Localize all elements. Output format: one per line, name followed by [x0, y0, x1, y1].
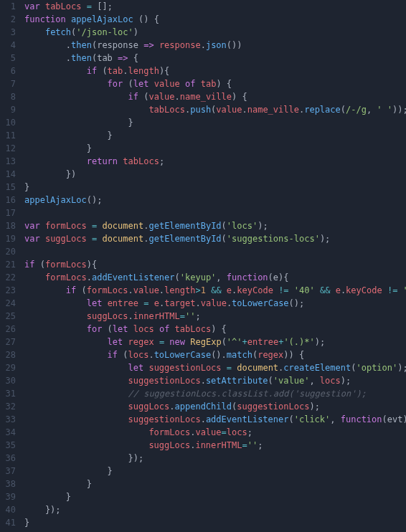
code-line[interactable]: fetch('/json-loc'): [24, 26, 406, 39]
code-line[interactable]: }: [24, 129, 406, 142]
line-number: 36: [3, 452, 16, 465]
code-line[interactable]: .then(tab => {: [24, 52, 406, 65]
line-number: 14: [3, 168, 16, 181]
line-number: 20: [3, 245, 16, 258]
code-line[interactable]: }): [24, 168, 406, 181]
code-line[interactable]: tabLocs.push(value.name_ville.replace(/-…: [24, 103, 406, 116]
code-line[interactable]: // suggestionLocs.classList.add('suggest…: [24, 387, 406, 400]
code-line[interactable]: }: [24, 465, 406, 478]
code-line[interactable]: formLocs.value=locs;: [24, 426, 406, 439]
code-line[interactable]: });: [24, 452, 406, 465]
line-number: 11: [3, 129, 16, 142]
line-number: 26: [3, 323, 16, 336]
code-line[interactable]: [24, 245, 406, 258]
line-number: 9: [3, 103, 16, 116]
code-line[interactable]: formLocs.addEventListener('keyup', funct…: [24, 271, 406, 284]
line-number: 34: [3, 426, 16, 439]
line-number: 37: [3, 465, 16, 478]
code-line[interactable]: for (let locs of tabLocs) {: [24, 323, 406, 336]
code-line[interactable]: }: [24, 181, 406, 194]
line-number: 30: [3, 374, 16, 387]
code-line[interactable]: if (tab.length){: [24, 65, 406, 77]
line-number: 8: [3, 90, 16, 103]
line-number: 40: [3, 503, 16, 516]
code-line[interactable]: return tabLocs;: [24, 155, 406, 168]
line-number: 4: [3, 39, 16, 52]
code-line[interactable]: for (let value of tab) {: [24, 77, 406, 90]
line-number: 32: [3, 400, 16, 413]
line-number: 28: [3, 348, 16, 361]
code-line[interactable]: if (formLocs.value.length>1 && e.keyCode…: [24, 284, 406, 297]
code-line[interactable]: function appelAjaxLoc () {: [24, 13, 406, 26]
line-number: 2: [3, 13, 16, 26]
line-number: 1: [3, 0, 16, 13]
code-line[interactable]: suggestionLocs.addEventListener('click',…: [24, 413, 406, 426]
line-number: 10: [3, 116, 16, 129]
line-number: 18: [3, 219, 16, 232]
line-number: 23: [3, 284, 16, 297]
code-editor-content[interactable]: var tabLocs = [];function appelAjaxLoc (…: [22, 0, 406, 532]
line-number: 17: [3, 206, 16, 219]
line-number: 13: [3, 155, 16, 168]
line-number: 5: [3, 52, 16, 65]
code-line[interactable]: suggLocs.innerHTML='';: [24, 310, 406, 323]
code-line[interactable]: }: [24, 478, 406, 490]
code-line[interactable]: var tabLocs = [];: [24, 0, 406, 13]
line-number: 31: [3, 387, 16, 400]
code-line[interactable]: if (locs.toLowerCase().match(regex)) {: [24, 348, 406, 361]
line-number: 21: [3, 258, 16, 271]
line-number: 38: [3, 478, 16, 490]
code-line[interactable]: .then(response => response.json()): [24, 39, 406, 52]
code-line[interactable]: let regex = new RegExp('^'+entree+'(.)*'…: [24, 336, 406, 348]
line-number: 33: [3, 413, 16, 426]
line-number: 22: [3, 271, 16, 284]
code-line[interactable]: }: [24, 516, 406, 529]
line-number: 16: [3, 194, 16, 206]
line-number: 25: [3, 310, 16, 323]
code-line[interactable]: }: [24, 490, 406, 503]
line-number-gutter: 1234567891011121314151617181920212223242…: [0, 0, 22, 532]
line-number: 7: [3, 77, 16, 90]
line-number: 41: [3, 516, 16, 529]
code-line[interactable]: [24, 206, 406, 219]
code-line[interactable]: var formLocs = document.getElementById('…: [24, 219, 406, 232]
line-number: 19: [3, 232, 16, 245]
line-number: 24: [3, 297, 16, 310]
line-number: 6: [3, 65, 16, 77]
code-line[interactable]: if (formLocs){: [24, 258, 406, 271]
line-number: 39: [3, 490, 16, 503]
code-line[interactable]: }: [24, 116, 406, 129]
code-line[interactable]: let suggestionLocs = document.createElem…: [24, 361, 406, 374]
code-line[interactable]: if (value.name_ville) {: [24, 90, 406, 103]
code-line[interactable]: suggestionLocs.setAttribute('value', loc…: [24, 374, 406, 387]
code-line[interactable]: suggLocs.appendChild(suggestionLocs);: [24, 400, 406, 413]
code-line[interactable]: }: [24, 142, 406, 155]
code-line[interactable]: });: [24, 503, 406, 516]
code-line[interactable]: suggLocs.innerHTML='';: [24, 439, 406, 452]
code-line[interactable]: let entree = e.target.value.toLowerCase(…: [24, 297, 406, 310]
code-line[interactable]: appelAjaxLoc();: [24, 194, 406, 206]
line-number: 15: [3, 181, 16, 194]
line-number: 27: [3, 336, 16, 348]
line-number: 29: [3, 361, 16, 374]
code-line[interactable]: var suggLocs = document.getElementById('…: [24, 232, 406, 245]
line-number: 12: [3, 142, 16, 155]
line-number: 3: [3, 26, 16, 39]
line-number: 35: [3, 439, 16, 452]
